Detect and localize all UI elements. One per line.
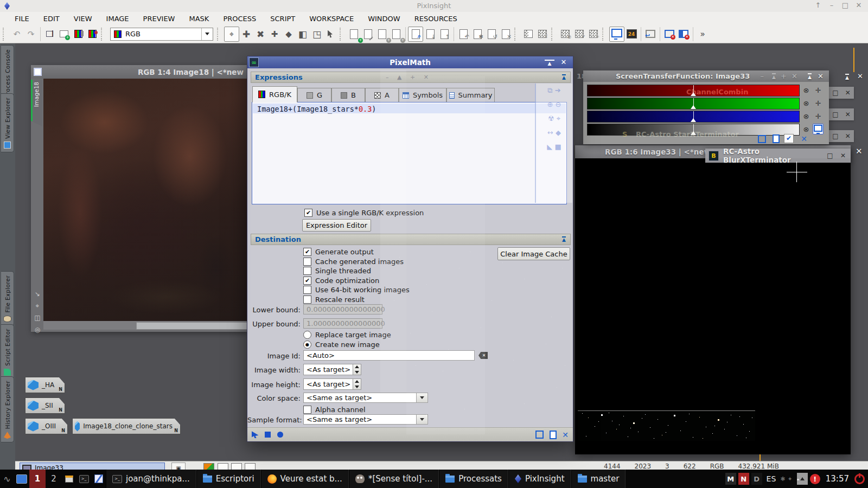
replace-target-radio[interactable] <box>303 331 311 339</box>
color-space-dropdown[interactable]: <Same as target> <box>303 393 428 403</box>
shrink-dialog-icon[interactable]: ✕ <box>561 431 570 439</box>
stf-red-midtone-marker[interactable] <box>693 85 694 96</box>
color-management-24bit-icon[interactable]: 24 <box>624 27 639 41</box>
stf-blue-slider[interactable] <box>587 111 800 123</box>
tab-a[interactable]: A <box>365 88 399 102</box>
code-optimization-checkbox[interactable]: ✔ <box>303 277 311 285</box>
rgb-alpha-icon[interactable] <box>85 27 99 41</box>
menu-edit[interactable]: EDIT <box>36 15 67 23</box>
tray-indicator-d[interactable]: D <box>751 473 762 485</box>
rescale-result-checkbox[interactable] <box>303 296 311 304</box>
edit-process-icon[interactable] <box>361 27 375 41</box>
image-width-control[interactable]: <As target> <box>303 364 361 375</box>
thumbnail-sii[interactable]: _SII N <box>25 397 65 414</box>
split-view-icon[interactable]: ◧ <box>296 27 310 41</box>
tab-g[interactable]: G <box>297 88 331 102</box>
stf-pin-icon[interactable]: ▲ <box>808 73 812 80</box>
single-threaded-checkbox[interactable] <box>303 267 311 275</box>
menu-preview[interactable]: PREVIEW <box>136 15 182 23</box>
dynamic-mode-icon[interactable]: ◆ <box>282 27 296 41</box>
create-new-image-radio[interactable]: ● <box>303 341 311 349</box>
fit-view-icon[interactable]: ↘ <box>33 290 42 298</box>
stf-blue-midtone-marker[interactable] <box>693 111 694 122</box>
image18-view-tab[interactable]: Image18 <box>31 80 42 126</box>
stf-green-midtone-marker[interactable] <box>693 98 694 109</box>
stf-close2-icon[interactable]: ✕ <box>792 72 797 80</box>
docked-window-buttons[interactable]: □✕ <box>829 108 854 120</box>
task-processats[interactable]: Processats <box>439 470 508 488</box>
scrollbar-thumb[interactable] <box>136 322 248 330</box>
docked-window-buttons[interactable]: □✕ <box>829 87 854 99</box>
stf-lum-midtone-marker[interactable] <box>693 124 694 135</box>
menu-file[interactable]: FILE <box>8 15 36 23</box>
delete-process-icon[interactable]: ✕ <box>499 27 513 41</box>
revert-process-icon[interactable]: ↶ <box>456 27 470 41</box>
stf-screen-preview-icon[interactable] <box>813 124 824 134</box>
apply-global-icon[interactable] <box>276 431 284 439</box>
stf-browse-doc-icon[interactable] <box>771 134 781 144</box>
undo-icon[interactable]: ↶ <box>10 27 24 41</box>
redo-icon[interactable]: ↷ <box>24 27 38 41</box>
menu-mask[interactable]: MASK <box>182 15 216 23</box>
invert-mask-icon[interactable]: ⊘ <box>558 27 572 41</box>
stf-blue-edit-icon[interactable]: ✛ <box>813 111 823 121</box>
image-width-spinner[interactable] <box>353 364 361 375</box>
horizontal-scrollbar[interactable] <box>43 321 247 330</box>
window-maximize-icon[interactable]: □ <box>840 1 851 9</box>
edit-instance-source-icon[interactable] <box>548 431 557 439</box>
clear-image-id-icon[interactable]: ✕ <box>478 352 488 359</box>
tab-b[interactable]: B <box>331 88 365 102</box>
clock[interactable]: 13:57 <box>822 474 852 484</box>
image-id-input[interactable]: <Auto> <box>303 350 475 361</box>
close-window-icon[interactable]: ✕ <box>662 27 676 41</box>
menu-script[interactable]: SCRIPT <box>263 15 302 23</box>
arrow-cursor-icon[interactable] <box>324 27 338 41</box>
workspace-close-icon[interactable]: ✕ <box>856 146 863 156</box>
show-desktop-icon[interactable] <box>14 470 29 488</box>
blurx-close-icon[interactable]: ✕ <box>839 152 847 159</box>
stf-red-edit-icon[interactable]: ✛ <box>813 85 823 95</box>
image18-window[interactable]: RGB 1:4 Image18 | <*new Image18 ↘ ⌖ ◫ ◎ <box>31 65 247 332</box>
duplicate-view-icon[interactable]: ◫ <box>33 314 42 322</box>
collapse-section-icon[interactable]: ▲ <box>562 74 566 80</box>
image33-window[interactable]: RGB 1:6 Image33 | <*new*> <box>575 145 851 454</box>
expression-editor-area[interactable]: Image18+(Image18_stars*0.3) <box>252 102 567 204</box>
expression-code[interactable]: Image18+(Image18_stars*0.3) <box>257 105 376 113</box>
stf-shrink-icon[interactable]: ✕ <box>799 134 809 144</box>
stf-float-icon[interactable]: + <box>781 72 787 80</box>
close-all-windows-icon[interactable]: ✕ <box>676 27 691 41</box>
blurx-shade-icon[interactable]: □ <box>826 152 834 159</box>
cache-images-checkbox[interactable] <box>303 258 311 266</box>
editor-app-icon[interactable] <box>91 470 106 488</box>
screen-transfer-icon[interactable] <box>609 27 624 42</box>
menu-view[interactable]: VIEW <box>67 15 99 23</box>
keyboard-layout-indicator[interactable]: ES <box>764 474 778 483</box>
stf-blue-reset-icon[interactable]: ⊗ <box>801 111 811 121</box>
image-height-control[interactable]: <As target> <box>303 378 361 390</box>
clear-image-cache-button[interactable]: Clear Image Cache <box>497 247 570 260</box>
stf-window[interactable]: ScreenTransferFunction: Image33 – ▲ + ✕ … <box>583 70 829 144</box>
sidebar-tab-file-explorer[interactable]: File Explorer <box>1 271 14 326</box>
readout-mode-icon[interactable]: ⌖ <box>224 27 239 42</box>
new-process-icon-icon[interactable]: + <box>347 27 361 41</box>
thumbnail-oiii[interactable]: _OIII N <box>25 418 68 434</box>
stf-red-reset-icon[interactable]: ⊗ <box>801 85 811 95</box>
menu-process[interactable]: PROCESS <box>216 15 263 23</box>
rename-view-icon[interactable]: I <box>43 27 57 41</box>
menu-window[interactable]: WINDOW <box>361 15 407 23</box>
swap-windows-icon[interactable]: ↩ <box>643 27 658 41</box>
browse-documentation-icon[interactable] <box>535 431 544 439</box>
show-mask-overlay-icon[interactable]: ⌕ <box>586 27 601 41</box>
stf-close-icon[interactable]: ✕ <box>818 72 824 80</box>
thumbnail-image18-clone-clone-stars[interactable]: Image18_clone_clone_stars N <box>72 418 181 434</box>
enable-mask-icon[interactable]: ✔ <box>572 27 586 41</box>
stf-minimize-icon[interactable]: – <box>761 72 764 80</box>
stf-green-edit-icon[interactable]: ✛ <box>813 98 823 108</box>
new-window-icon[interactable]: + <box>57 27 71 41</box>
stf-green-slider[interactable] <box>587 98 800 110</box>
pan-mode-icon[interactable]: ✚ <box>267 27 282 41</box>
toolbar-overflow-chevron[interactable]: » <box>695 27 710 41</box>
dock-pin-icon[interactable]: ▲ <box>845 74 849 80</box>
power-icon[interactable] <box>854 474 865 484</box>
zoom-11-icon[interactable]: ⌖ <box>33 302 42 310</box>
